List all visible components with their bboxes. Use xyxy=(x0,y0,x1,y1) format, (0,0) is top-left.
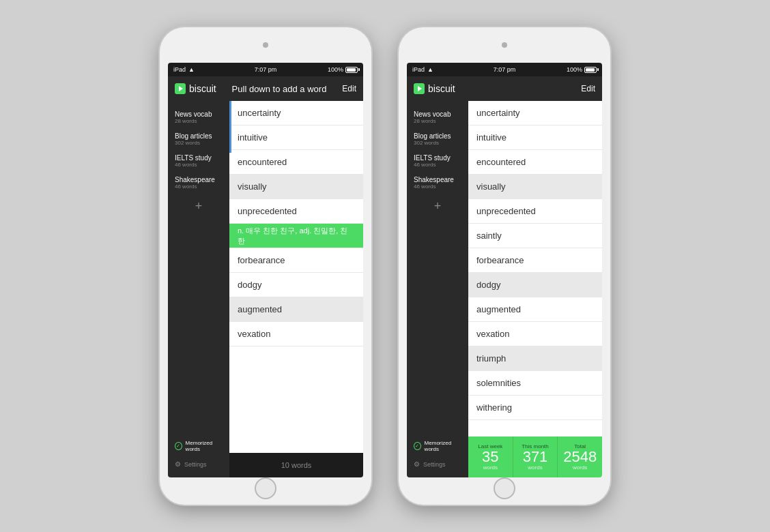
sidebar-item-title-r1: News vocab xyxy=(414,110,461,118)
stat-total-value: 2548 xyxy=(563,449,597,464)
word-visually-right[interactable]: visually xyxy=(468,175,602,199)
sidebar-item-shakespeare-left[interactable]: Shakespeare 46 words xyxy=(168,172,229,194)
screen-right: iPad ▲ 7:07 pm 100% biscuit Edit xyxy=(407,63,602,477)
stat-this-month: This month 371 words xyxy=(513,437,558,477)
word-intuitive-right[interactable]: intuitive xyxy=(468,125,602,150)
stat-total: Total 2548 words xyxy=(558,437,602,477)
stat-this-month-unit: words xyxy=(528,464,542,471)
main-content-right: uncertainty intuitive encountered visual… xyxy=(468,101,602,477)
svg-marker-0 xyxy=(179,86,183,91)
wifi-icon: ▲ xyxy=(188,66,195,73)
battery-left: 100% xyxy=(328,66,358,73)
stat-last-week: Last week 35 words xyxy=(468,437,513,477)
sidebar-item-news-vocab-right[interactable]: News vocab 28 words xyxy=(407,106,468,128)
device-label: iPad xyxy=(173,66,186,73)
sidebar-item-title-1: News vocab xyxy=(175,110,223,118)
brand-name-left: biscuit xyxy=(189,83,216,94)
brand-right: biscuit xyxy=(414,83,455,94)
word-augmented-left[interactable]: augmented xyxy=(229,297,363,322)
word-dodgy-right[interactable]: dodgy xyxy=(468,273,602,297)
word-list-left: uncertainty intuitive encountered visual… xyxy=(229,101,363,453)
camera-right xyxy=(502,42,507,48)
status-bar-left: iPad ▲ 7:07 pm 100% xyxy=(168,63,363,76)
home-button-right[interactable] xyxy=(494,477,515,499)
add-list-button-left[interactable]: + xyxy=(168,194,229,219)
word-encountered-left[interactable]: encountered xyxy=(229,150,363,175)
add-list-button-right[interactable]: + xyxy=(407,194,468,219)
settings-link-left[interactable]: ⚙ Settings xyxy=(168,456,229,472)
settings-link-right[interactable]: ⚙ Settings xyxy=(407,456,468,472)
sidebar-item-sub-1: 28 words xyxy=(175,118,223,124)
word-dodgy-left[interactable]: dodgy xyxy=(229,273,363,297)
camera-left xyxy=(263,42,268,48)
word-vexation-right[interactable]: vexation xyxy=(468,322,602,346)
word-intuitive-left[interactable]: intuitive xyxy=(229,125,363,150)
sidebar-item-sub-2: 302 words xyxy=(175,140,223,146)
brand-left: biscuit xyxy=(175,83,216,94)
word-saintly-right[interactable]: saintly xyxy=(468,224,602,248)
word-solemnities-right[interactable]: solemnities xyxy=(468,371,602,396)
sidebar-item-blog-left[interactable]: Blog articles 302 words xyxy=(168,128,229,150)
biscuit-logo-right xyxy=(414,83,425,94)
word-uncertainty-right[interactable]: uncertainty xyxy=(468,101,602,125)
time-left: 7:07 pm xyxy=(255,66,277,73)
ipad-left: iPad ▲ 7:07 pm 100% biscuit Pull down to xyxy=(160,27,371,505)
nav-title-left: Pull down to add a word xyxy=(232,84,327,94)
app-body-left: News vocab 28 words Blog articles 302 wo… xyxy=(168,101,363,477)
sidebar-right: News vocab 28 words Blog articles 302 wo… xyxy=(407,101,468,477)
word-triumph-right[interactable]: triumph xyxy=(468,346,602,371)
word-unprecedented-right[interactable]: unprecedented xyxy=(468,199,602,224)
status-bar-right: iPad ▲ 7:07 pm 100% xyxy=(407,63,602,76)
word-vexation-left[interactable]: vexation xyxy=(229,322,363,346)
word-unprecedented-left[interactable]: unprecedented xyxy=(229,199,363,224)
edit-button-left[interactable]: Edit xyxy=(342,84,356,93)
brand-name-right: biscuit xyxy=(428,83,455,94)
sidebar-item-blog-right[interactable]: Blog articles 302 words xyxy=(407,128,468,150)
word-encountered-right[interactable]: encountered xyxy=(468,150,602,175)
sidebar-left: News vocab 28 words Blog articles 302 wo… xyxy=(168,101,229,477)
status-right-left: iPad ▲ xyxy=(412,66,433,73)
word-list-right: uncertainty intuitive encountered visual… xyxy=(468,101,602,437)
sidebar-item-news-vocab-left[interactable]: News vocab 28 words xyxy=(168,106,229,128)
word-def-left[interactable]: n. 매우 친한 친구, adj. 친밀한, 친한 xyxy=(229,224,363,248)
nav-bar-left: biscuit Pull down to add a word Edit xyxy=(168,76,363,101)
home-button-left[interactable] xyxy=(255,477,276,499)
sidebar-item-sub-r2: 302 words xyxy=(414,140,461,146)
gear-icon-left: ⚙ xyxy=(175,460,181,468)
word-forbearance-right[interactable]: forbearance xyxy=(468,248,602,273)
ipad-right: iPad ▲ 7:07 pm 100% biscuit Edit xyxy=(399,27,610,505)
app-body-right: News vocab 28 words Blog articles 302 wo… xyxy=(407,101,602,477)
stat-last-week-value: 35 xyxy=(482,449,498,464)
device-label-r: iPad xyxy=(412,66,425,73)
main-content-left: uncertainty intuitive encountered visual… xyxy=(229,101,363,477)
sidebar-item-title-r4: Shakespeare xyxy=(414,176,461,183)
sidebar-item-title-4: Shakespeare xyxy=(175,176,223,183)
word-forbearance-left[interactable]: forbearance xyxy=(229,248,363,273)
stat-last-week-unit: words xyxy=(483,464,498,471)
sidebar-item-sub-r1: 28 words xyxy=(414,118,461,124)
selection-indicator xyxy=(229,101,231,153)
sidebar-item-sub-r4: 46 words xyxy=(414,183,461,190)
sidebar-item-sub-3: 46 words xyxy=(175,162,223,168)
word-withering-right[interactable]: withering xyxy=(468,396,602,420)
sidebar-item-sub-r3: 46 words xyxy=(414,162,461,168)
memorized-words-link-left[interactable]: Memorized words xyxy=(168,436,229,456)
word-augmented-right[interactable]: augmented xyxy=(468,297,602,322)
screen-left: iPad ▲ 7:07 pm 100% biscuit Pull down to xyxy=(168,63,363,477)
gear-icon-right: ⚙ xyxy=(414,460,420,468)
word-count-text-left: 10 words xyxy=(281,461,312,469)
sidebar-item-shakespeare-right[interactable]: Shakespeare 46 words xyxy=(407,172,468,194)
memorized-words-link-right[interactable]: Memorized words xyxy=(407,436,468,456)
edit-button-right[interactable]: Edit xyxy=(581,84,595,93)
scene: iPad ▲ 7:07 pm 100% biscuit Pull down to xyxy=(160,27,610,505)
time-right: 7:07 pm xyxy=(494,66,516,73)
battery-icon-right xyxy=(584,67,597,73)
word-count-bar-left: 10 words xyxy=(229,453,363,477)
nav-bar-right: biscuit Edit xyxy=(407,76,602,101)
sidebar-item-ielts-right[interactable]: IELTS study 46 words xyxy=(407,150,468,172)
sidebar-item-ielts-left[interactable]: IELTS study 46 words xyxy=(168,150,229,172)
word-uncertainty-left[interactable]: uncertainty xyxy=(229,101,363,125)
status-left: iPad ▲ xyxy=(173,66,195,73)
word-visually-left[interactable]: visually xyxy=(229,175,363,199)
biscuit-logo-left xyxy=(175,83,186,94)
